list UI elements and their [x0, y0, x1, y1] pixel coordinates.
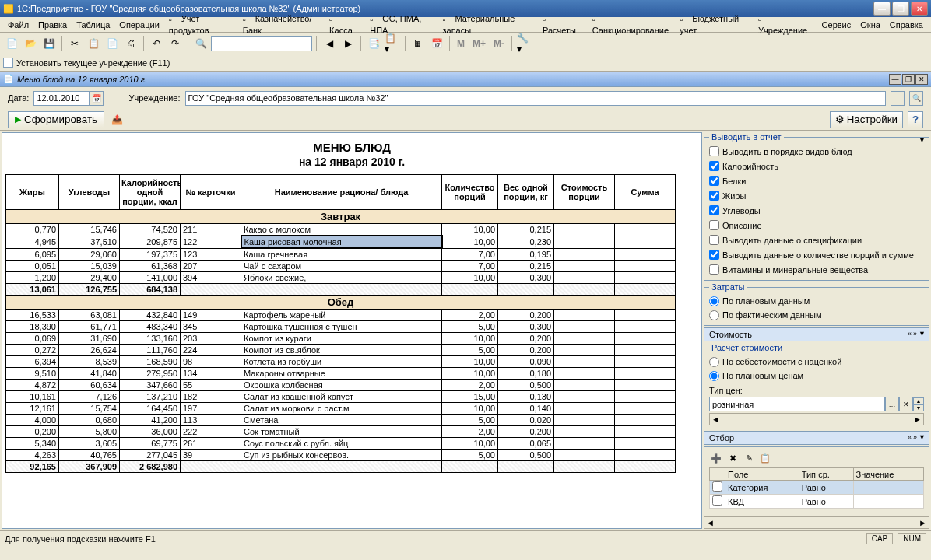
- output-opt-7[interactable]: Выводить данные о количестве порций и су…: [709, 247, 924, 262]
- table-row[interactable]: 4,94537,510209,875122Каша рисовая молочн…: [6, 236, 676, 248]
- find-button[interactable]: 🔍: [192, 35, 209, 52]
- otbor-row[interactable]: КВДРавно: [710, 495, 924, 509]
- otbor-edit-button[interactable]: ✎: [742, 451, 756, 465]
- table-row[interactable]: 0,77015,74674,520211Какао с молоком10,00…: [6, 224, 676, 236]
- help-button[interactable]: ?: [908, 111, 923, 128]
- price-type-input[interactable]: розничная: [709, 397, 885, 411]
- close-button[interactable]: ✕: [911, 2, 928, 16]
- output-opt-8[interactable]: Витамины и минеральные вещества: [709, 262, 924, 277]
- table-row[interactable]: 4,26340,765277,04539Суп из рыбных консер…: [6, 450, 676, 461]
- menu-10[interactable]: ▫Санкционирование: [588, 12, 675, 36]
- otbor-collapse[interactable]: «»▼: [908, 433, 926, 441]
- otbor-row[interactable]: КатегорияРавно: [710, 481, 924, 495]
- table-row[interactable]: 10,1617,126137,210182Салат из квашенной …: [6, 391, 676, 403]
- output-opt-4[interactable]: Углеводы: [709, 203, 924, 218]
- undo-button[interactable]: ↶: [148, 35, 165, 52]
- output-opt-3[interactable]: Жиры: [709, 188, 924, 203]
- copy-button[interactable]: 📋: [85, 35, 102, 52]
- table-row[interactable]: 4,87260,634347,66055Окрошка колбасная2,0…: [6, 380, 676, 391]
- doc-maximize-button[interactable]: ❐: [902, 74, 915, 85]
- price-hscroll[interactable]: ◄►: [709, 413, 924, 425]
- menu-14[interactable]: Окна: [855, 19, 885, 31]
- nav-back-button[interactable]: ◀: [321, 35, 338, 52]
- stoimost-opt-1[interactable]: По плановым ценам: [709, 369, 924, 383]
- table-row[interactable]: 6,3948,539168,59098Котлета из горбуши10,…: [6, 356, 676, 368]
- table-row[interactable]: 16,53363,081432,840149Картофель жареный2…: [6, 310, 676, 321]
- menu-7[interactable]: ▫ОС, НМА, НПА: [365, 12, 437, 36]
- output-opt-0[interactable]: Выводить в порядке видов блюд: [709, 144, 924, 159]
- save-button[interactable]: 💾: [40, 35, 58, 52]
- zatraty-opt-1[interactable]: По фактическим данным: [709, 308, 924, 322]
- generate-button[interactable]: ▶Сформировать: [8, 111, 104, 128]
- table-row[interactable]: 6,09529,060197,375123Каша гречневая7,000…: [6, 248, 676, 261]
- m-button[interactable]: M: [454, 35, 468, 52]
- menu-12[interactable]: ▫Учреждение: [754, 12, 817, 36]
- print-button[interactable]: 🖨: [122, 35, 139, 52]
- m-minus-button[interactable]: M-: [490, 35, 508, 52]
- stoimost-collapse[interactable]: «»▼: [908, 330, 926, 338]
- minimize-button[interactable]: —: [873, 2, 891, 16]
- menu-0[interactable]: Файл: [3, 19, 33, 31]
- output-collapse-button[interactable]: ▼: [919, 136, 926, 144]
- menu-15[interactable]: Справка: [885, 19, 928, 31]
- menu-6[interactable]: ▫Касса: [325, 12, 365, 36]
- table-row[interactable]: 1,20029,400141,000394Яблоки свежие,10,00…: [6, 272, 676, 284]
- menu-1[interactable]: Правка: [33, 19, 72, 31]
- price-select-button[interactable]: …: [885, 397, 899, 411]
- form-button[interactable]: 📋▾: [384, 35, 401, 52]
- date-input[interactable]: 12.01.2010: [33, 91, 90, 106]
- calc-button[interactable]: 🖩: [409, 35, 427, 52]
- zatraty-opt-0[interactable]: По плановым данным: [709, 294, 924, 308]
- doc-close-button[interactable]: ✕: [915, 74, 928, 85]
- institution-select-button[interactable]: …: [891, 91, 905, 106]
- output-opt-1[interactable]: Калорийность: [709, 159, 924, 173]
- menu-13[interactable]: Сервис: [817, 19, 856, 31]
- date-picker-button[interactable]: 📅: [90, 91, 104, 106]
- table-row[interactable]: 12,16115,754164,450197Салат из моркови с…: [6, 403, 676, 415]
- output-opt-2[interactable]: Белки: [709, 173, 924, 188]
- price-down-button[interactable]: ▼: [913, 404, 924, 411]
- export-button[interactable]: 📤: [109, 111, 126, 128]
- tools-button[interactable]: 🔧▾: [516, 35, 533, 52]
- output-opt-5[interactable]: Описание: [709, 218, 924, 233]
- calendar-button[interactable]: 📅: [428, 35, 445, 52]
- output-opt-6[interactable]: Выводить данные о спецификации: [709, 233, 924, 247]
- copy-doc-button[interactable]: 📑: [365, 35, 382, 52]
- table-row[interactable]: 9,51041,840279,950134Макароны отварные10…: [6, 368, 676, 380]
- m-plus-button[interactable]: M+: [469, 35, 489, 52]
- paste-button[interactable]: 📄: [104, 35, 121, 52]
- stoimost-opt-0[interactable]: По себестоимости с наценкой: [709, 355, 924, 369]
- institution-input[interactable]: ГОУ "Средняя общеобразовательная школа №…: [185, 91, 886, 106]
- price-clear-button[interactable]: ✕: [899, 397, 913, 411]
- table-row[interactable]: 4,0000,68041,200113Сметана5,000,020: [6, 415, 676, 426]
- new-button[interactable]: 📄: [3, 35, 20, 52]
- table-row[interactable]: 0,06931,690133,160203Компот из кураги10,…: [6, 333, 676, 345]
- menu-3[interactable]: Операции: [114, 19, 163, 31]
- open-button[interactable]: 📂: [22, 35, 39, 52]
- set-institution-checkbox[interactable]: [3, 58, 13, 68]
- settings-button[interactable]: ⚙ Настройки: [830, 111, 903, 128]
- institution-search-button[interactable]: 🔍: [909, 91, 923, 106]
- table-row[interactable]: 0,27226,624111,760224Компот из св.яблок5…: [6, 345, 676, 356]
- otbor-add-button[interactable]: ➕: [709, 451, 723, 465]
- nav-fwd-button[interactable]: ▶: [339, 35, 357, 52]
- price-up-button[interactable]: ▲: [913, 397, 924, 404]
- redo-button[interactable]: ↷: [167, 35, 184, 52]
- side-hscroll[interactable]: ◄►: [704, 516, 929, 529]
- table-row[interactable]: 0,05115,03961,368207Чай с сахаром7,000,2…: [6, 261, 676, 272]
- menu-5[interactable]: ▫Казначейство/Банк: [238, 12, 325, 36]
- cut-button[interactable]: ✂: [66, 35, 83, 52]
- report-scroll[interactable]: МЕНЮ БЛЮД на 12 января 2010 г. ЖирыУглев…: [2, 133, 701, 528]
- maximize-button[interactable]: ❐: [892, 2, 909, 16]
- menu-9[interactable]: ▫Расчеты: [538, 12, 588, 36]
- menu-4[interactable]: ▫Учет продуктов: [164, 12, 238, 36]
- table-row[interactable]: 0,2005,80036,000222Сок томатный2,000,200: [6, 426, 676, 438]
- table-row[interactable]: 5,3403,60569,775261Соус польский с рубл.…: [6, 438, 676, 450]
- menu-11[interactable]: ▫Бюджетный учет: [675, 12, 754, 36]
- menu-2[interactable]: Таблица: [72, 19, 114, 31]
- otbor-del-button[interactable]: ✖: [725, 451, 740, 465]
- table-row[interactable]: 18,39061,771483,340345Картошка тушенная …: [6, 321, 676, 333]
- otbor-copy-button[interactable]: 📋: [758, 451, 772, 465]
- doc-minimize-button[interactable]: —: [889, 74, 901, 85]
- search-input[interactable]: [211, 36, 312, 51]
